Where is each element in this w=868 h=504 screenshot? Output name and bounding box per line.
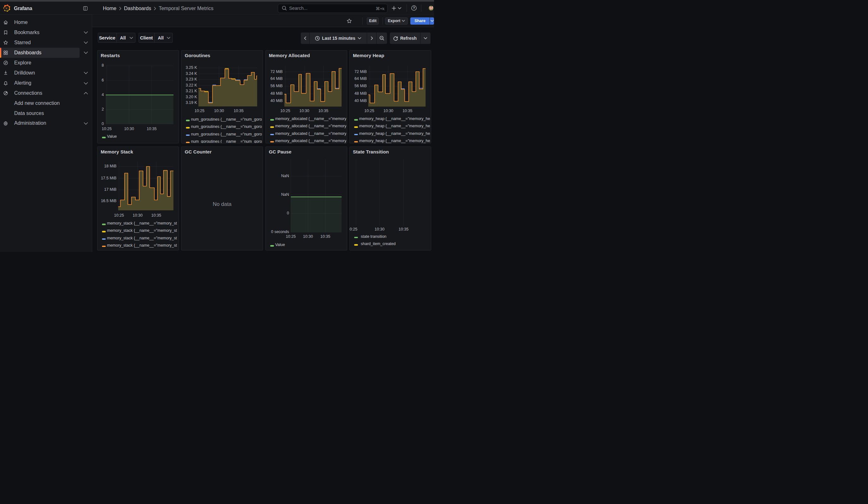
svg-text:?: ? bbox=[413, 6, 415, 10]
